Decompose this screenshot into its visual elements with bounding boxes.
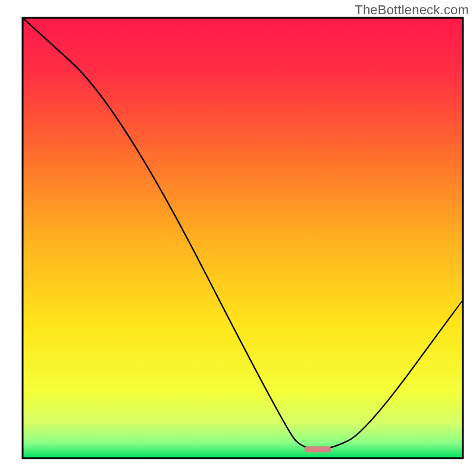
chart-container: TheBottleneck.com [0, 0, 476, 476]
optimal-marker [305, 446, 331, 452]
gradient-background [23, 18, 463, 458]
watermark-text: TheBottleneck.com [355, 2, 469, 18]
bottleneck-chart [0, 0, 476, 476]
